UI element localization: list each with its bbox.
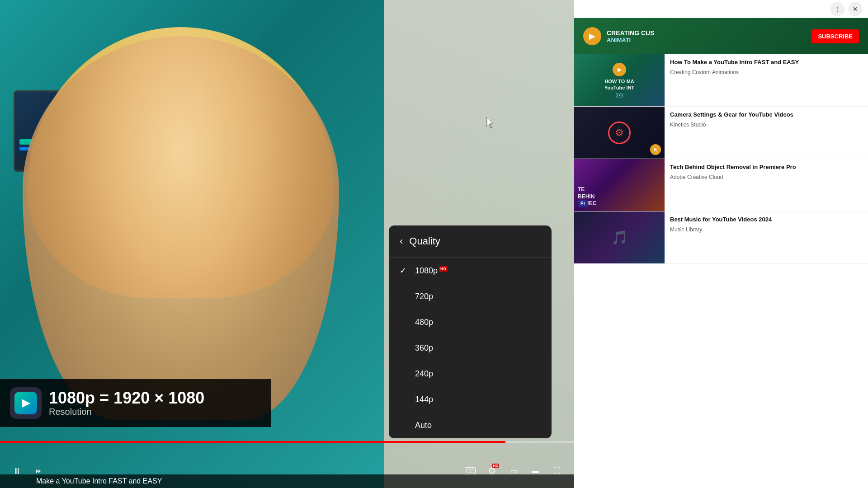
sidebar-top: ⋮ ✕ bbox=[574, 0, 868, 18]
video-player[interactable]: © ‹ Quality ✓ 1080pHD 720p 480p 360p bbox=[0, 0, 574, 488]
card-4-channel: Music Library bbox=[670, 226, 863, 233]
info-overlay: ▶ 1080p = 868 × 488 Resolution bbox=[0, 379, 271, 427]
presenter-body bbox=[23, 36, 339, 420]
quality-label-360p: 360p bbox=[415, 343, 433, 353]
card-1-thumb-text: HOW TO MAYouTube INT bbox=[604, 79, 634, 90]
sidebar-card-2[interactable]: ⚙ K Camera Settings & Gear for YouTube V… bbox=[574, 107, 868, 159]
cc-icon: CC bbox=[465, 467, 476, 475]
music-note-icon: 🎵 bbox=[611, 230, 628, 245]
card-2-channel: Kinetics Studio bbox=[670, 122, 863, 128]
progress-bar[interactable] bbox=[0, 441, 574, 443]
pr-badge: Pr bbox=[578, 200, 588, 207]
quality-label-1080p: 1080pHD bbox=[415, 266, 448, 276]
card-1-title: How To Make a YouTube Intro FAST and EAS… bbox=[670, 59, 863, 66]
check-icon: ✓ bbox=[400, 266, 409, 276]
hd-settings-badge: HD bbox=[492, 464, 499, 468]
info-overlay-icon: ▶ bbox=[10, 387, 42, 419]
quality-label-144p: 144p bbox=[415, 395, 433, 404]
card-4-thumbnail: 🎵 bbox=[574, 211, 665, 263]
card-4-title: Best Music for YouTube Videos 2024 bbox=[670, 216, 863, 224]
subtitle-bar: Make a YouTube Intro FAST and EASY bbox=[0, 474, 574, 488]
quality-label-720p: 720p bbox=[415, 292, 433, 301]
quality-label-480p: 480p bbox=[415, 318, 433, 327]
progress-filled bbox=[0, 441, 505, 443]
k-badge: K bbox=[650, 144, 661, 155]
quality-option-360p[interactable]: 360p bbox=[389, 335, 552, 361]
hd-badge: HD bbox=[439, 266, 448, 272]
resolution-text: 1080p = 868 × 488 bbox=[49, 389, 204, 407]
sidebar-close-button[interactable]: ✕ bbox=[848, 2, 863, 16]
play-arrow-icon: ▶ bbox=[22, 397, 30, 409]
quality-header: ‹ Quality bbox=[389, 225, 552, 258]
quality-label-auto: Auto bbox=[415, 421, 432, 430]
card-1-thumbnail: ▶ HOW TO MAYouTube INT ((•)) bbox=[574, 54, 665, 106]
quality-option-auto[interactable]: Auto bbox=[389, 413, 552, 438]
sidebar-card-4[interactable]: 🎵 Best Music for YouTube Videos 2024 Mus… bbox=[574, 211, 868, 264]
card-1-channel: Creating Custom Animations bbox=[670, 69, 863, 75]
fullscreen-icon: ⛶ bbox=[553, 467, 561, 475]
card-1-signal-icon: ((•)) bbox=[616, 93, 623, 98]
quality-back-button[interactable]: ‹ bbox=[400, 235, 403, 247]
card-2-thumbnail: ⚙ K bbox=[574, 107, 665, 159]
card-1-info: How To Make a YouTube Intro FAST and EAS… bbox=[665, 54, 868, 106]
channel-promo-card[interactable]: ▶ CREATING CUS ANIMATI SUBSCRIBE bbox=[574, 18, 868, 54]
subscribe-button[interactable]: SUBSCRIBE bbox=[811, 29, 859, 43]
card-3-info: Tech Behind Object Removal in Premiere P… bbox=[665, 159, 868, 211]
card-2-info: Camera Settings & Gear for YouTube Video… bbox=[665, 107, 868, 159]
sidebar-card-3[interactable]: TEBEHINOBJEC Pr Tech Behind Object Remov… bbox=[574, 159, 868, 211]
next-icon: ⏭ bbox=[36, 467, 42, 474]
quality-option-240p[interactable]: 240p bbox=[389, 361, 552, 387]
card-4-info: Best Music for YouTube Videos 2024 Music… bbox=[665, 211, 868, 263]
quality-options-list: ✓ 1080pHD 720p 480p 360p 240p 144p bbox=[389, 258, 552, 438]
card-3-thumbnail: TEBEHINOBJEC Pr bbox=[574, 159, 665, 211]
quality-menu: ‹ Quality ✓ 1080pHD 720p 480p 360p 24 bbox=[389, 225, 552, 438]
resolution-label: Resolution bbox=[49, 407, 204, 417]
quality-option-1080p[interactable]: ✓ 1080pHD bbox=[389, 258, 552, 284]
quality-title: Quality bbox=[409, 235, 440, 247]
quality-option-480p[interactable]: 480p bbox=[389, 310, 552, 335]
info-icon-inner: ▶ bbox=[14, 392, 37, 414]
quality-option-720p[interactable]: 720p bbox=[389, 284, 552, 310]
card-3-channel: Adobe Creative Cloud bbox=[670, 174, 863, 180]
sidebar-menu-button[interactable]: ⋮ bbox=[830, 2, 844, 16]
sidebar: ⋮ ✕ ▶ CREATING CUS ANIMATI SUBSCRIBE ▶ H… bbox=[574, 0, 868, 488]
info-text: 1080p = 868 × 488 Resolution bbox=[49, 389, 204, 418]
quality-label-240p: 240p bbox=[415, 369, 433, 379]
promo-title: CREATING CUS bbox=[607, 29, 806, 37]
sidebar-card-1[interactable]: ▶ HOW TO MAYouTube INT ((•)) How To Make… bbox=[574, 54, 868, 107]
card-2-title: Camera Settings & Gear for YouTube Video… bbox=[670, 111, 863, 119]
promo-subtitle: ANIMATI bbox=[607, 37, 806, 43]
card-3-title: Tech Behind Object Removal in Premiere P… bbox=[670, 164, 863, 171]
theater-icon: ▬ bbox=[532, 467, 539, 475]
youtube-circle-icon: ▶ bbox=[613, 63, 626, 76]
channel-icon: ▶ bbox=[583, 27, 601, 45]
miniplayer-icon: ▭ bbox=[510, 467, 517, 475]
gear-circle-icon: ⚙ bbox=[608, 122, 631, 144]
quality-option-144p[interactable]: 144p bbox=[389, 387, 552, 413]
